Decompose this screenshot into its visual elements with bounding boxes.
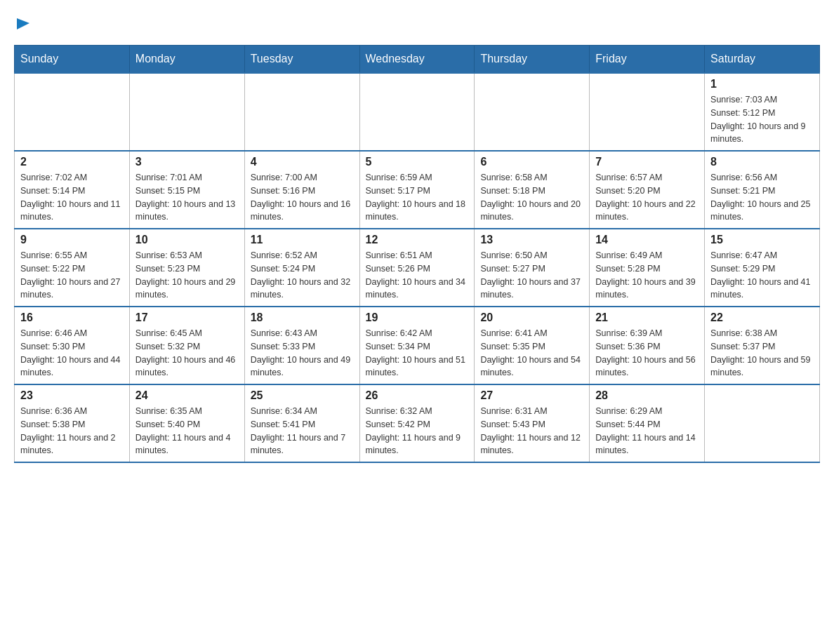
day-number: 22 <box>710 311 814 324</box>
day-info: Sunrise: 7:02 AM Sunset: 5:14 PM Dayligh… <box>20 171 124 224</box>
calendar-week-row: 16Sunrise: 6:46 AM Sunset: 5:30 PM Dayli… <box>15 307 820 384</box>
day-number: 12 <box>366 234 469 246</box>
day-info: Sunrise: 6:38 AM Sunset: 5:37 PM Dayligh… <box>710 327 814 380</box>
calendar-cell: 16Sunrise: 6:46 AM Sunset: 5:30 PM Dayli… <box>15 307 130 384</box>
day-number: 5 <box>366 156 469 168</box>
calendar-cell: 21Sunrise: 6:39 AM Sunset: 5:36 PM Dayli… <box>590 307 705 384</box>
day-number: 4 <box>251 156 354 168</box>
day-number: 27 <box>480 389 583 402</box>
calendar-header-row: SundayMondayTuesdayWednesdayThursdayFrid… <box>15 46 820 74</box>
day-number: 9 <box>20 234 124 246</box>
calendar-cell: 18Sunrise: 6:43 AM Sunset: 5:33 PM Dayli… <box>244 307 359 384</box>
svg-marker-0 <box>17 18 29 29</box>
calendar-cell: 9Sunrise: 6:55 AM Sunset: 5:22 PM Daylig… <box>15 229 130 307</box>
calendar-cell: 15Sunrise: 6:47 AM Sunset: 5:29 PM Dayli… <box>705 229 820 307</box>
day-number: 8 <box>710 156 814 168</box>
day-info: Sunrise: 6:45 AM Sunset: 5:32 PM Dayligh… <box>135 327 239 380</box>
day-number: 25 <box>251 389 354 402</box>
day-info: Sunrise: 6:46 AM Sunset: 5:30 PM Dayligh… <box>20 327 124 380</box>
calendar-cell: 5Sunrise: 6:59 AM Sunset: 5:17 PM Daylig… <box>359 151 475 229</box>
calendar-cell: 19Sunrise: 6:42 AM Sunset: 5:34 PM Dayli… <box>359 307 475 384</box>
calendar-cell: 20Sunrise: 6:41 AM Sunset: 5:35 PM Dayli… <box>475 307 590 384</box>
day-info: Sunrise: 7:00 AM Sunset: 5:16 PM Dayligh… <box>251 171 354 224</box>
calendar-table: SundayMondayTuesdayWednesdayThursdayFrid… <box>14 45 820 463</box>
day-number: 28 <box>595 389 699 402</box>
day-number: 17 <box>135 311 239 324</box>
calendar-cell: 28Sunrise: 6:29 AM Sunset: 5:44 PM Dayli… <box>590 384 705 462</box>
day-info: Sunrise: 6:29 AM Sunset: 5:44 PM Dayligh… <box>595 405 699 457</box>
day-info: Sunrise: 6:31 AM Sunset: 5:43 PM Dayligh… <box>480 405 583 457</box>
day-info: Sunrise: 6:57 AM Sunset: 5:20 PM Dayligh… <box>595 171 699 224</box>
day-number: 7 <box>595 156 699 168</box>
calendar-cell: 26Sunrise: 6:32 AM Sunset: 5:42 PM Dayli… <box>359 384 475 462</box>
calendar-cell: 6Sunrise: 6:58 AM Sunset: 5:18 PM Daylig… <box>475 151 590 229</box>
day-number: 1 <box>710 78 814 90</box>
day-info: Sunrise: 7:03 AM Sunset: 5:12 PM Dayligh… <box>710 93 814 146</box>
day-info: Sunrise: 6:43 AM Sunset: 5:33 PM Dayligh… <box>251 327 354 380</box>
day-number: 20 <box>480 311 583 324</box>
calendar-cell: 3Sunrise: 7:01 AM Sunset: 5:15 PM Daylig… <box>129 151 244 229</box>
day-number: 24 <box>135 389 239 402</box>
calendar-cell: 10Sunrise: 6:53 AM Sunset: 5:23 PM Dayli… <box>129 229 244 307</box>
calendar-week-row: 2Sunrise: 7:02 AM Sunset: 5:14 PM Daylig… <box>15 151 820 229</box>
day-number: 23 <box>20 389 124 402</box>
day-info: Sunrise: 6:56 AM Sunset: 5:21 PM Dayligh… <box>710 171 814 224</box>
calendar-cell: 2Sunrise: 7:02 AM Sunset: 5:14 PM Daylig… <box>15 151 130 229</box>
day-number: 15 <box>710 234 814 246</box>
calendar-cell: 22Sunrise: 6:38 AM Sunset: 5:37 PM Dayli… <box>705 307 820 384</box>
calendar-cell: 12Sunrise: 6:51 AM Sunset: 5:26 PM Dayli… <box>359 229 475 307</box>
calendar-cell <box>15 73 130 151</box>
calendar-cell <box>244 73 359 151</box>
calendar-cell: 24Sunrise: 6:35 AM Sunset: 5:40 PM Dayli… <box>129 384 244 462</box>
calendar-week-row: 1Sunrise: 7:03 AM Sunset: 5:12 PM Daylig… <box>15 73 820 151</box>
day-header-thursday: Thursday <box>475 46 590 74</box>
logo-arrow-icon <box>15 15 31 31</box>
day-info: Sunrise: 6:53 AM Sunset: 5:23 PM Dayligh… <box>135 249 239 302</box>
calendar-cell: 17Sunrise: 6:45 AM Sunset: 5:32 PM Dayli… <box>129 307 244 384</box>
day-info: Sunrise: 6:35 AM Sunset: 5:40 PM Dayligh… <box>135 405 239 457</box>
day-number: 2 <box>20 156 124 168</box>
calendar-week-row: 23Sunrise: 6:36 AM Sunset: 5:38 PM Dayli… <box>15 384 820 462</box>
day-info: Sunrise: 6:52 AM Sunset: 5:24 PM Dayligh… <box>251 249 354 302</box>
day-number: 6 <box>480 156 583 168</box>
calendar-cell: 23Sunrise: 6:36 AM Sunset: 5:38 PM Dayli… <box>15 384 130 462</box>
day-header-friday: Friday <box>590 46 705 74</box>
day-number: 21 <box>595 311 699 324</box>
day-number: 3 <box>135 156 239 168</box>
day-number: 19 <box>366 311 469 324</box>
day-info: Sunrise: 6:36 AM Sunset: 5:38 PM Dayligh… <box>20 405 124 457</box>
day-number: 10 <box>135 234 239 246</box>
day-info: Sunrise: 6:51 AM Sunset: 5:26 PM Dayligh… <box>366 249 469 302</box>
day-header-wednesday: Wednesday <box>359 46 475 74</box>
calendar-cell <box>590 73 705 151</box>
calendar-cell: 27Sunrise: 6:31 AM Sunset: 5:43 PM Dayli… <box>475 384 590 462</box>
day-header-tuesday: Tuesday <box>244 46 359 74</box>
calendar-cell: 11Sunrise: 6:52 AM Sunset: 5:24 PM Dayli… <box>244 229 359 307</box>
day-info: Sunrise: 6:41 AM Sunset: 5:35 PM Dayligh… <box>480 327 583 380</box>
calendar-cell: 7Sunrise: 6:57 AM Sunset: 5:20 PM Daylig… <box>590 151 705 229</box>
day-info: Sunrise: 6:47 AM Sunset: 5:29 PM Dayligh… <box>710 249 814 302</box>
logo <box>14 14 31 31</box>
day-number: 13 <box>480 234 583 246</box>
calendar-cell <box>129 73 244 151</box>
calendar-cell: 1Sunrise: 7:03 AM Sunset: 5:12 PM Daylig… <box>705 73 820 151</box>
day-info: Sunrise: 6:49 AM Sunset: 5:28 PM Dayligh… <box>595 249 699 302</box>
day-number: 18 <box>251 311 354 324</box>
calendar-cell: 13Sunrise: 6:50 AM Sunset: 5:27 PM Dayli… <box>475 229 590 307</box>
calendar-cell: 25Sunrise: 6:34 AM Sunset: 5:41 PM Dayli… <box>244 384 359 462</box>
day-header-saturday: Saturday <box>705 46 820 74</box>
day-number: 26 <box>366 389 469 402</box>
day-number: 11 <box>251 234 354 246</box>
day-info: Sunrise: 6:42 AM Sunset: 5:34 PM Dayligh… <box>366 327 469 380</box>
day-header-sunday: Sunday <box>15 46 130 74</box>
calendar-cell: 4Sunrise: 7:00 AM Sunset: 5:16 PM Daylig… <box>244 151 359 229</box>
calendar-cell <box>705 384 820 462</box>
day-info: Sunrise: 6:34 AM Sunset: 5:41 PM Dayligh… <box>251 405 354 457</box>
day-info: Sunrise: 6:50 AM Sunset: 5:27 PM Dayligh… <box>480 249 583 302</box>
day-info: Sunrise: 6:55 AM Sunset: 5:22 PM Dayligh… <box>20 249 124 302</box>
page-header <box>14 14 820 31</box>
day-info: Sunrise: 7:01 AM Sunset: 5:15 PM Dayligh… <box>135 171 239 224</box>
day-info: Sunrise: 6:32 AM Sunset: 5:42 PM Dayligh… <box>366 405 469 457</box>
day-info: Sunrise: 6:39 AM Sunset: 5:36 PM Dayligh… <box>595 327 699 380</box>
calendar-cell <box>359 73 475 151</box>
